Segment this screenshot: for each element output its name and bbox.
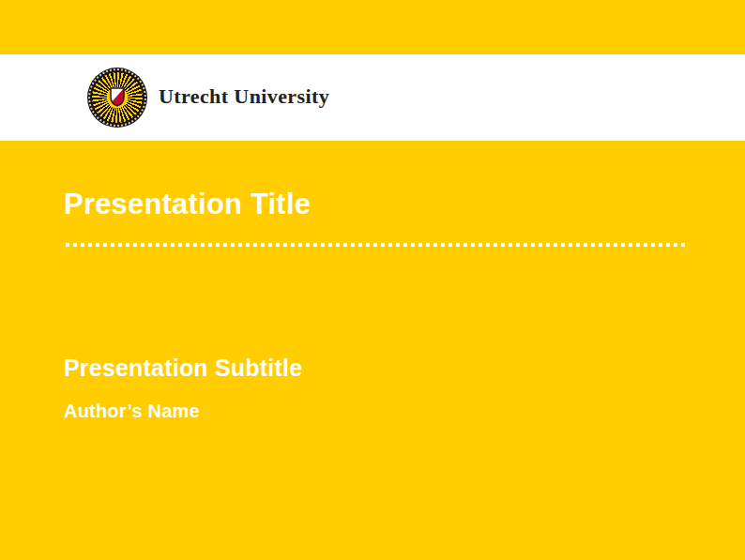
dotted-separator [64, 241, 685, 249]
presentation-subtitle: Presentation Subtitle [64, 355, 302, 382]
presentation-title: Presentation Title [64, 188, 311, 221]
slide-body: Presentation Title Presentation Subtitle… [0, 0, 745, 560]
author-name: Author’s Name [64, 401, 200, 422]
title-slide: Utrecht University Presentation Title Pr… [0, 0, 745, 560]
